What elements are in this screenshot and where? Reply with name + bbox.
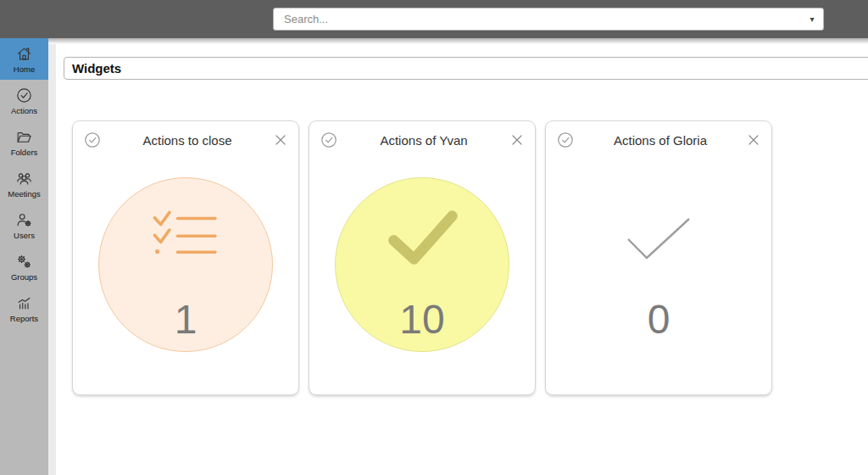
- sidebar-item-meetings[interactable]: Meetings: [0, 163, 48, 204]
- widgets-row: Actions to close 1: [72, 120, 772, 395]
- people-group-icon: [15, 170, 33, 187]
- check-circle-icon: [320, 131, 338, 149]
- sidebar-label: Home: [14, 64, 35, 74]
- close-icon[interactable]: [746, 132, 761, 148]
- page-title: Widgets: [64, 57, 868, 80]
- topbar: ▾: [0, 0, 868, 38]
- close-icon[interactable]: [273, 132, 288, 148]
- sidebar-item-home[interactable]: Home: [0, 38, 48, 80]
- widget-card-actions-of-yvan: Actions of Yvan 10: [309, 120, 536, 395]
- widget-title: Actions of Gloria: [575, 133, 746, 148]
- widget-count: 0: [572, 299, 745, 340]
- check-circle-icon: [83, 131, 102, 149]
- check-circle-icon: [15, 87, 33, 104]
- widget-count: 10: [336, 299, 509, 340]
- topbar-shadow: [48, 38, 868, 44]
- widget-header: Actions to close: [73, 121, 298, 149]
- open-folder-icon: [15, 128, 33, 146]
- sidebar-label: Groups: [11, 272, 37, 282]
- checklist-icon: [99, 207, 272, 260]
- sidebar-label: Folders: [11, 148, 38, 157]
- widget-card-actions-of-gloria: Actions of Gloria 0: [545, 120, 772, 395]
- search-bar: ▾: [273, 8, 824, 31]
- widget-header: Actions of Yvan: [309, 121, 535, 149]
- sidebar-item-users[interactable]: Users: [0, 204, 48, 246]
- sidebar-item-groups[interactable]: Groups: [0, 246, 48, 288]
- page-title-text: Widgets: [72, 61, 121, 75]
- gears-icon: [15, 253, 33, 271]
- home-icon: [15, 45, 33, 63]
- sidebar-edge-divider: [48, 38, 56, 475]
- bar-chart-icon: [15, 294, 33, 312]
- widget-card-actions-to-close: Actions to close 1: [72, 120, 299, 395]
- sidebar-item-folders[interactable]: Folders: [0, 121, 48, 163]
- widget-header: Actions of Gloria: [546, 121, 771, 149]
- sidebar: Home Actions Folders: [0, 38, 48, 475]
- widget-title: Actions to close: [102, 133, 273, 148]
- thin-check-icon: [572, 215, 745, 263]
- user-gear-icon: [15, 211, 33, 229]
- close-icon[interactable]: [509, 132, 525, 148]
- sidebar-label: Actions: [11, 106, 37, 115]
- widget-count-area: 0: [571, 177, 746, 352]
- app-window: ▾ P Home: [0, 0, 868, 475]
- widget-title: Actions of Yvan: [338, 133, 509, 148]
- widget-count: 1: [99, 299, 272, 340]
- widget-count-circle: 1: [98, 177, 273, 352]
- sidebar-label: Meetings: [8, 189, 41, 198]
- search-input[interactable]: [274, 8, 801, 30]
- sidebar-item-actions[interactable]: Actions: [0, 80, 48, 121]
- sidebar-label: Reports: [10, 314, 38, 323]
- widget-count-circle: 10: [335, 177, 509, 352]
- caret-down-icon[interactable]: ▾: [801, 14, 823, 24]
- check-circle-icon: [556, 131, 575, 149]
- sidebar-label: Users: [14, 231, 35, 240]
- check-icon: [336, 207, 509, 268]
- sidebar-item-reports[interactable]: Reports: [0, 288, 48, 329]
